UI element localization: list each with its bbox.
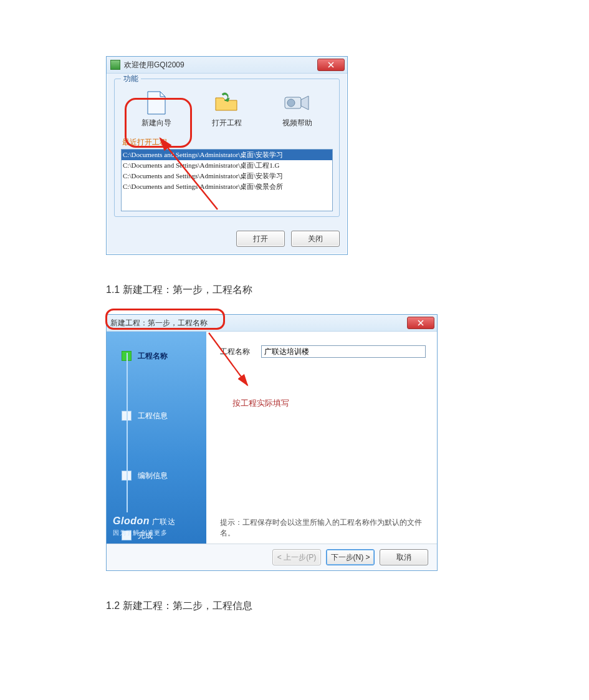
brand-text: Glodon xyxy=(113,515,150,526)
next-button[interactable]: 下一步(N) > xyxy=(326,549,375,565)
new-file-icon xyxy=(143,89,170,117)
func-label: 打开工程 xyxy=(212,118,242,128)
brand-logo: Glodon 广联达 因为了解 创造更多 xyxy=(113,515,175,537)
prev-button-label: < 上一步(P) xyxy=(277,552,316,563)
close-icon[interactable] xyxy=(407,317,434,329)
list-item[interactable]: C:\Documents and Settings\Administrator\… xyxy=(122,171,332,181)
list-item[interactable]: C:\Documents and Settings\Administrator\… xyxy=(122,150,332,160)
brand-sub: 因为了解 创造更多 xyxy=(113,529,175,537)
svg-line-3 xyxy=(209,333,247,385)
recent-list[interactable]: C:\Documents and Settings\Administrator\… xyxy=(121,149,333,211)
video-help-button[interactable]: 视频帮助 xyxy=(269,89,325,128)
step-label: 工程名称 xyxy=(138,351,168,362)
next-button-label: 下一步(N) > xyxy=(331,552,370,563)
func-label: 新建向导 xyxy=(141,118,171,128)
wizard-step1-dialog: 新建工程：第一步，工程名称 工程名称 工程信息 编制信息 xyxy=(106,314,438,571)
camera-icon xyxy=(284,89,311,117)
figure-caption: 1.2 新建工程：第二步，工程信息 xyxy=(106,600,589,613)
func-label: 视频帮助 xyxy=(282,118,312,128)
step-label: 编制信息 xyxy=(138,471,168,481)
welcome-title: 欢迎使用GQI2009 xyxy=(124,60,184,70)
function-group-legend: 功能 xyxy=(121,74,141,84)
hint-text: 提示：工程保存时会以这里所输入的工程名称作为默认的文件名。 xyxy=(220,517,426,539)
wizard-step-name[interactable]: 工程名称 xyxy=(107,349,206,363)
close-button-label: 关闭 xyxy=(308,234,323,244)
wizard-main: 工程名称 按工程实际填写 提示：工程保存时会以这里所输入的工程名称作为默认的文件… xyxy=(206,332,437,544)
recent-legend: 最近打开工程 xyxy=(122,137,333,148)
annotation-text: 按工程实际填写 xyxy=(232,398,426,409)
welcome-titlebar: 欢迎使用GQI2009 xyxy=(107,57,347,74)
open-button[interactable]: 打开 xyxy=(236,231,285,247)
list-item[interactable]: C:\Documents and Settings\Administrator\… xyxy=(122,160,332,171)
prev-button: < 上一步(P) xyxy=(272,549,321,565)
function-group: 功能 新建向导 xyxy=(114,79,340,217)
cancel-button-label: 取消 xyxy=(396,552,411,563)
open-button-label: 打开 xyxy=(253,234,268,244)
app-icon xyxy=(110,60,120,70)
step-track xyxy=(127,353,128,512)
wizard-sidebar: 工程名称 工程信息 编制信息 完成 Glodon 广联达 因为了解 xyxy=(107,332,206,544)
step-label: 工程信息 xyxy=(138,411,168,421)
wizard-titlebar: 新建工程：第一步，工程名称 xyxy=(107,315,437,332)
wizard-step-compile[interactable]: 编制信息 xyxy=(107,469,206,482)
open-project-button[interactable]: 打开工程 xyxy=(199,89,255,128)
project-name-label: 工程名称 xyxy=(220,347,257,357)
svg-point-1 xyxy=(287,99,295,107)
welcome-dialog: 欢迎使用GQI2009 功能 xyxy=(106,56,348,255)
figure-caption: 1.1 新建工程：第一步，工程名称 xyxy=(106,284,589,297)
new-wizard-button[interactable]: 新建向导 xyxy=(128,89,184,128)
close-button[interactable]: 关闭 xyxy=(291,231,340,247)
close-icon[interactable] xyxy=(317,59,345,71)
wizard-title: 新建工程：第一步，工程名称 xyxy=(110,318,208,328)
cancel-button[interactable]: 取消 xyxy=(380,549,428,565)
annotation-arrow-icon xyxy=(188,328,325,403)
brand-cn: 广联达 xyxy=(152,517,176,526)
open-folder-icon xyxy=(213,89,241,117)
list-item[interactable]: C:\Documents and Settings\Administrator\… xyxy=(122,181,332,192)
wizard-step-info[interactable]: 工程信息 xyxy=(107,409,206,423)
project-name-input[interactable] xyxy=(261,345,426,358)
